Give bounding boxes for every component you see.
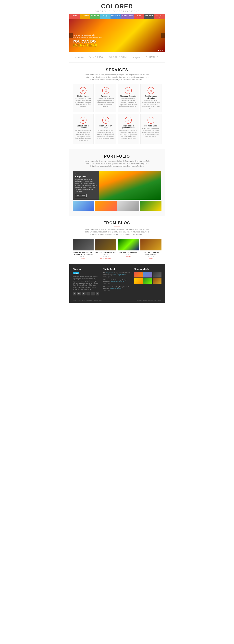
facebook-icon[interactable]: f — [91, 292, 95, 296]
blog-card-2: GALLERY – DOWN THE HILL I SAW... Nov 14,… — [95, 239, 116, 259]
portfolio-thumb-2[interactable] — [95, 201, 117, 211]
service-card-slider: » Single posts & portfolio sliders Etiam… — [118, 114, 139, 144]
portfolio-info: Nature Single Tree Image credit: Tom the… — [73, 171, 99, 200]
portfolio-thumb-3[interactable] — [117, 201, 139, 211]
footer: About Us VIMEO Lorem ipsum dolor sit ame… — [69, 264, 165, 302]
portfolio-featured: Nature Single Tree Image credit: Tom the… — [73, 171, 161, 200]
service-text-design: Lorem ipsum dolor sit amet, consectetur … — [97, 130, 115, 139]
blog-card-1: NOR WOULD DIFFERENCE OF COUNTRY MAKE ANY… — [73, 239, 94, 259]
service-title-font: Font Awesome Integration — [142, 95, 160, 99]
twitter-time-2: 20 days ago — [103, 283, 131, 284]
flickr-thumb-3[interactable] — [153, 272, 161, 278]
flickr-thumb-4[interactable] — [134, 278, 143, 284]
service-icon-responsive: ☐ — [102, 87, 109, 94]
logo-dignissim: DIGNISSIM — [109, 56, 127, 59]
service-text-responsive: Theme is able to adapt its layout to the… — [97, 98, 115, 108]
service-text-shortcode: Morbi sed consectetur lorem. Quisque in … — [119, 98, 137, 108]
footer-about-title: About Us — [73, 268, 100, 270]
blog-post-title-1: NOR WOULD DIFFERENCE OF COUNTRY MAKE ANY… — [73, 252, 94, 255]
hero-prev-button[interactable]: − — [69, 33, 73, 38]
blog-cat-3[interactable]: Formats — [118, 256, 139, 257]
flickr-thumb-2[interactable] — [143, 272, 152, 278]
rss-icon[interactable]: ⊕ — [73, 292, 76, 296]
portfolio-thumb-4[interactable] — [140, 201, 161, 211]
flickr-thumb-1[interactable] — [134, 272, 143, 278]
nav-portfolio[interactable]: PORTFOLIO — [111, 14, 121, 19]
service-icon-fullwidth: ▭ — [147, 117, 154, 124]
read-more-button[interactable]: READ MORE — [75, 194, 87, 197]
blog-post-title-2: GALLERY – DOWN THE HILL I SAW... — [95, 252, 116, 255]
service-icon-modular: ⇄ — [80, 87, 87, 94]
blog-cat-1[interactable]: Design — [73, 258, 94, 259]
nav-alt-home[interactable]: ALT HOME — [144, 14, 154, 19]
flickr-grid — [134, 272, 161, 284]
blog-image-1[interactable] — [73, 239, 94, 250]
logo-viverra: VIVERRA — [90, 56, 104, 59]
nav-contact[interactable]: CONTACT — [90, 14, 100, 19]
logo-nullared: Nullared — [75, 56, 84, 59]
service-icon-font: A — [147, 87, 154, 94]
twitter-icon[interactable]: t — [87, 292, 90, 296]
nav-shortcodes[interactable]: SHORTCODES — [121, 14, 134, 19]
service-title-responsive: Responsive — [97, 95, 115, 97]
hero-dot-1[interactable] — [158, 50, 159, 51]
vimeo-icon: VIMEO — [73, 272, 79, 274]
blog-desc: Lorem ipsum dolor sit amet, consectetur … — [84, 228, 150, 236]
powered-text: Powered by Wordpress, Designed by Yango … — [136, 300, 161, 301]
twitter-item-2: 10 New and Really Clever Logo Designs – … — [103, 279, 131, 284]
hero-line2: EVERYTHING! — [73, 43, 97, 47]
hero-next-button[interactable]: + — [161, 33, 165, 38]
logos-band: Nullared VIVERRA DIGNISSIM tempus CURSUS — [69, 52, 165, 63]
blog-post-title-4: VIDEO POST – THIS BOAT HAD ALWAYS... — [140, 252, 161, 255]
blog-date-2: Nov 14, 12 — [95, 256, 116, 257]
blog-date-1: Nov 16, 12 — [73, 256, 94, 257]
service-card-design: ❋ Fresh & Modern Design Lorem ipsum dolo… — [95, 114, 116, 144]
hero-dot-3[interactable] — [162, 50, 163, 51]
nav-home[interactable]: HOME — [69, 14, 80, 19]
blog-image-2[interactable] — [95, 239, 116, 250]
hero-subtext: You can set your own layout order,positi… — [73, 34, 104, 38]
hero-dot-2[interactable] — [160, 50, 161, 51]
twitter-time-3: 20 days ago — [103, 290, 131, 292]
twitter-text-1: RT @Inspirationt: 25 Inspirational Grid … — [103, 272, 130, 275]
portfolio-thumb-1[interactable] — [73, 201, 95, 211]
service-icon-design: ❋ — [102, 117, 109, 124]
services-section: SERVICES Lorem ipsum dolor sit amet, con… — [69, 63, 165, 149]
footer-vimeo: VIMEO — [73, 272, 100, 274]
service-card-color: ◉ Unlimited color schemes Phasellus ferm… — [73, 114, 94, 144]
blog-image-3[interactable] — [118, 239, 139, 250]
google-plus-icon[interactable]: G — [77, 292, 81, 296]
dribbble-icon[interactable]: ◉ — [82, 292, 86, 296]
blog-image-4[interactable] — [140, 239, 161, 250]
portfolio-desc: Lorem ipsum dolor sit amet, consectetur … — [84, 160, 150, 167]
service-title-modular: Modular theme — [74, 95, 92, 97]
nav-purchase[interactable]: PURCHASE ↑ — [154, 14, 165, 19]
twitter-item-3: 25 Websites with Scrollspy Navigation fo… — [103, 286, 131, 292]
service-title-fullwidth: Full Width Slider — [142, 125, 160, 127]
main-nav: HOME FEATURES CONTACT F.A.Q. PORTFOLIO S… — [69, 14, 165, 19]
nav-features[interactable]: FEATURES — [80, 14, 90, 19]
blog-cat-2[interactable]: Life, Photo, Urban — [95, 258, 116, 259]
footer-grid: About Us VIMEO Lorem ipsum dolor sit ame… — [73, 268, 161, 295]
nav-blog[interactable]: BLOG — [134, 14, 144, 19]
services-desc: Lorem ipsum dolor sit amet, consectetur … — [84, 74, 150, 81]
portfolio-thumbnails — [73, 201, 161, 211]
blog-date-4: Nov 6, 12 — [140, 256, 161, 257]
blog-date-3: Nov 6, 12 — [118, 254, 139, 256]
blog-card-3: ANOTHER POST FORMAT Nov 6, 12 Formats — [118, 239, 139, 259]
service-card-responsive: ☐ Responsive Theme is able to adapt its … — [95, 84, 116, 112]
logo-cursus: CURSUS — [145, 56, 159, 59]
copyright-text: © 2012 Colored Theme | Just another Word… — [73, 300, 102, 301]
service-title-shortcode: Shortcode Generator — [119, 95, 137, 97]
flickr-thumb-5[interactable] — [143, 278, 152, 284]
hero-line1: YOU CAN DO — [73, 39, 96, 43]
flickr-thumb-6[interactable] — [153, 278, 161, 284]
portfolio-title: PORTFOLIO — [73, 154, 161, 158]
footer-bottom: © 2012 Colored Theme | Just another Word… — [73, 298, 161, 301]
pinterest-icon[interactable]: P — [96, 292, 99, 296]
blog-cat-4[interactable]: Nature — [140, 258, 161, 259]
twitter-item-1: RT @Inspirationt: 25 Inspirational Grid … — [103, 272, 131, 278]
footer-about: About Us VIMEO Lorem ipsum dolor sit ame… — [73, 268, 100, 295]
service-text-color: Phasellus fermentum elit vitae risus var… — [74, 130, 92, 141]
nav-faq[interactable]: F.A.Q. — [100, 14, 111, 19]
